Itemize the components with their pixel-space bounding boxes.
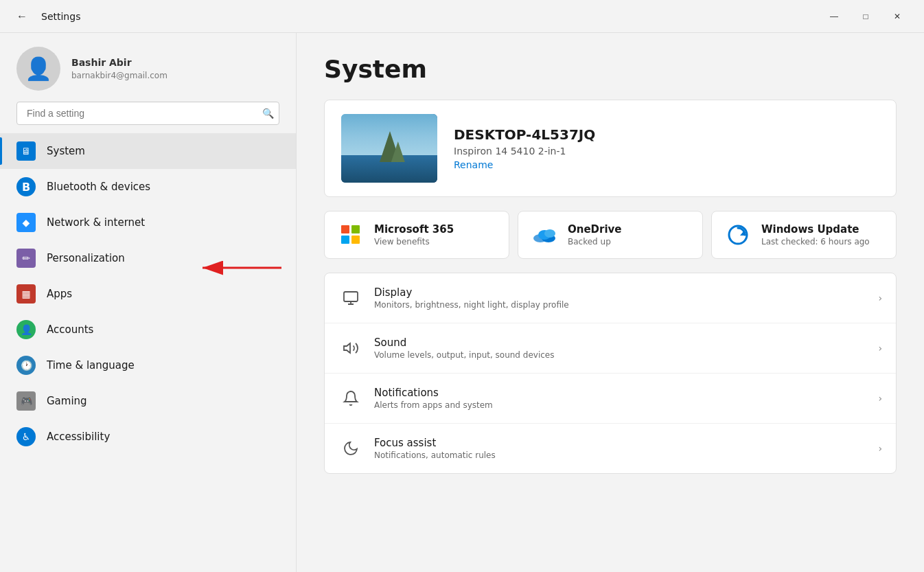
setting-text-focus: Focus assist Notifications, automatic ru… — [374, 437, 878, 460]
setting-text-sound: Sound Volume levels, output, input, soun… — [374, 336, 878, 360]
accessibility-icon: ♿ — [16, 427, 36, 446]
setting-title-notifications: Notifications — [374, 387, 878, 399]
svg-rect-6 — [344, 292, 358, 301]
quick-link-title-onedrive: OneDrive — [568, 223, 622, 236]
sidebar-item-accessibility[interactable]: ♿ Accessibility — [0, 419, 296, 455]
display-icon — [338, 286, 363, 310]
setting-sub-sound: Volume levels, output, input, sound devi… — [374, 350, 878, 360]
winupdate-icon — [726, 222, 750, 247]
setting-row-notifications[interactable]: Notifications Alerts from apps and syste… — [325, 374, 896, 424]
user-email: barnakbir4@gmail.com — [71, 71, 168, 80]
setting-row-focus[interactable]: Focus assist Notifications, automatic ru… — [325, 424, 896, 473]
chevron-icon-sound: › — [878, 343, 882, 354]
thumbnail-art — [341, 114, 437, 183]
apps-icon: ▦ — [16, 284, 36, 304]
quick-link-text-onedrive: OneDrive Backed up — [568, 223, 622, 247]
minimize-button[interactable]: — — [818, 5, 850, 27]
nav-label-network: Network & internet — [47, 216, 145, 229]
personalization-icon: ✏ — [16, 249, 36, 268]
device-info: DESKTOP-4L537JQ Inspiron 14 5410 2-in-1 … — [454, 126, 595, 170]
user-name: Bashir Abir — [71, 57, 168, 68]
sidebar-item-personalization[interactable]: ✏ Personalization — [0, 240, 296, 276]
search-input[interactable] — [16, 102, 279, 125]
title-bar: ← Settings — □ ✕ — [0, 0, 924, 33]
nav-label-gaming: Gaming — [47, 395, 87, 407]
focus-icon — [338, 436, 363, 461]
chevron-icon-display: › — [878, 293, 882, 304]
device-thumbnail — [341, 114, 437, 183]
maximize-button[interactable]: □ — [850, 5, 881, 27]
setting-title-focus: Focus assist — [374, 437, 878, 449]
onedrive-icon — [532, 222, 557, 247]
quick-link-winupdate[interactable]: Windows Update Last checked: 6 hours ago — [711, 211, 897, 259]
device-card: DESKTOP-4L537JQ Inspiron 14 5410 2-in-1 … — [324, 100, 897, 197]
system-icon: 🖥 — [16, 141, 36, 161]
nav-label-apps: Apps — [47, 288, 72, 300]
accounts-icon: 👤 — [16, 320, 36, 339]
window-controls: — □ ✕ — [818, 5, 913, 27]
setting-sub-notifications: Alerts from apps and system — [374, 400, 878, 410]
content-area: System DESKTOP-4L537JQ Inspiron 14 5410 … — [297, 33, 924, 572]
quick-link-text-ms365: Microsoft 365 View benefits — [374, 223, 454, 247]
sidebar-item-timelang[interactable]: 🕐 Time & language — [0, 347, 296, 383]
setting-sub-display: Monitors, brightness, night light, displ… — [374, 300, 878, 310]
quick-link-title-ms365: Microsoft 365 — [374, 223, 454, 236]
window-title: Settings — [41, 11, 80, 22]
sidebar: 👤 Bashir Abir barnakbir4@gmail.com 🔍 🖥 S… — [0, 33, 297, 572]
search-button[interactable]: 🔍 — [262, 108, 274, 119]
user-icon: 👤 — [25, 56, 52, 82]
quick-link-sub-onedrive: Backed up — [568, 237, 622, 247]
title-bar-left: ← Settings — [11, 5, 818, 27]
back-button[interactable]: ← — [11, 5, 33, 27]
quick-link-onedrive[interactable]: OneDrive Backed up — [518, 211, 703, 259]
notifications-icon — [338, 386, 363, 411]
nav-label-timelang: Time & language — [47, 359, 135, 371]
rename-link[interactable]: Rename — [454, 159, 595, 170]
user-info: Bashir Abir barnakbir4@gmail.com — [71, 57, 168, 80]
app-body: 👤 Bashir Abir barnakbir4@gmail.com 🔍 🖥 S… — [0, 33, 924, 572]
nav-label-accounts: Accounts — [47, 323, 93, 336]
sidebar-item-bluetooth[interactable]: B Bluetooth & devices — [0, 169, 296, 205]
svg-point-3 — [544, 229, 555, 238]
gaming-icon: 🎮 — [16, 391, 36, 411]
timelang-icon: 🕐 — [16, 356, 36, 375]
nav-label-bluetooth: Bluetooth & devices — [47, 181, 150, 193]
setting-text-display: Display Monitors, brightness, night ligh… — [374, 286, 878, 310]
ms365-icon — [338, 222, 363, 247]
network-icon: ◆ — [16, 213, 36, 232]
back-icon: ← — [16, 10, 27, 23]
avatar: 👤 — [16, 47, 60, 91]
device-name: DESKTOP-4L537JQ — [454, 126, 595, 143]
svg-marker-7 — [344, 343, 350, 353]
setting-row-sound[interactable]: Sound Volume levels, output, input, soun… — [325, 323, 896, 374]
setting-row-display[interactable]: Display Monitors, brightness, night ligh… — [325, 273, 896, 323]
nav-label-accessibility: Accessibility — [47, 431, 110, 443]
nav-label-system: System — [47, 145, 85, 157]
sidebar-item-gaming[interactable]: 🎮 Gaming — [0, 383, 296, 419]
nav-label-personalization: Personalization — [47, 252, 125, 264]
sidebar-item-system[interactable]: 🖥 System — [0, 133, 296, 169]
setting-text-notifications: Notifications Alerts from apps and syste… — [374, 387, 878, 410]
search-icon: 🔍 — [262, 108, 274, 119]
device-model: Inspiron 14 5410 2-in-1 — [454, 146, 595, 157]
setting-sub-focus: Notifications, automatic rules — [374, 450, 878, 460]
bluetooth-icon: B — [16, 177, 36, 196]
chevron-icon-notifications: › — [878, 393, 882, 404]
close-button[interactable]: ✕ — [881, 5, 913, 27]
setting-title-sound: Sound — [374, 336, 878, 349]
sidebar-item-network[interactable]: ◆ Network & internet — [0, 205, 296, 240]
sidebar-item-accounts[interactable]: 👤 Accounts — [0, 312, 296, 347]
quick-link-text-winupdate: Windows Update Last checked: 6 hours ago — [761, 223, 870, 247]
chevron-icon-focus: › — [878, 443, 882, 454]
setting-title-display: Display — [374, 286, 878, 299]
user-profile[interactable]: 👤 Bashir Abir barnakbir4@gmail.com — [0, 33, 296, 102]
quick-links: Microsoft 365 View benefits OneDrive Bac… — [324, 211, 897, 259]
quick-link-ms365[interactable]: Microsoft 365 View benefits — [324, 211, 509, 259]
search-box: 🔍 — [16, 102, 279, 125]
nav-list: 🖥 System B Bluetooth & devices ◆ Network… — [0, 130, 296, 457]
quick-link-sub-winupdate: Last checked: 6 hours ago — [761, 237, 870, 247]
sidebar-item-apps[interactable]: ▦ Apps — [0, 276, 296, 312]
sound-icon — [338, 336, 363, 361]
settings-card: Display Monitors, brightness, night ligh… — [324, 273, 897, 474]
quick-link-sub-ms365: View benefits — [374, 237, 454, 247]
